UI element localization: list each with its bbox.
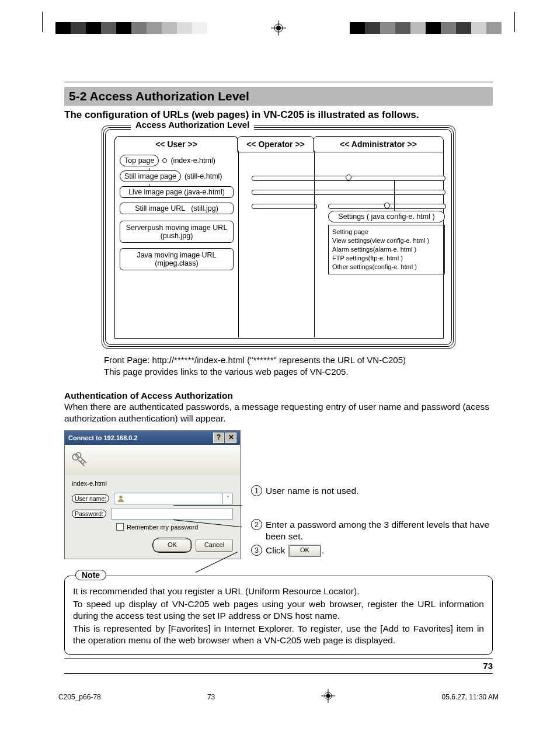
inline-ok-button: OK xyxy=(289,545,321,556)
color-bar-right xyxy=(350,22,502,34)
username-input[interactable]: ˅ xyxy=(114,493,233,504)
username-label: User name: xyxy=(72,494,109,503)
tab-operator: << Operator >> xyxy=(237,136,314,152)
registration-mark-icon xyxy=(321,689,335,705)
column-separator xyxy=(314,151,315,337)
diagram-title: Access Authorization Level xyxy=(131,120,254,130)
ok-button[interactable]: OK xyxy=(154,539,191,552)
connector-line xyxy=(394,180,395,211)
pill-settings: Settings ( java config-e. html ) xyxy=(328,211,445,222)
registration-mark-icon xyxy=(271,20,286,36)
trim-mark xyxy=(42,12,43,32)
password-input[interactable] xyxy=(111,508,233,520)
help-button[interactable]: ? xyxy=(213,433,224,443)
auth-bar xyxy=(328,204,446,209)
auth-dialog: Connect to 192.168.0.2 ? ✕ index-e.html … xyxy=(64,430,241,559)
bottom-rule xyxy=(64,673,493,674)
note-box: Note It is recommended that you register… xyxy=(64,576,493,655)
top-rule xyxy=(64,82,493,82)
column-separator xyxy=(238,151,239,337)
dialog-and-annotations: Connect to 192.168.0.2 ? ✕ index-e.html … xyxy=(64,430,493,559)
diagram-body: Top page (index-e.html) Still image page… xyxy=(114,151,444,339)
annotation-3: 3 Click OK. xyxy=(251,545,493,556)
annotation-text: User name is not used. xyxy=(266,485,358,497)
pill-still-url: Still image URL (still.jpg) xyxy=(120,203,234,214)
password-row: Password: xyxy=(72,508,233,520)
print-marks-top xyxy=(64,12,493,35)
admin-settings-list: Setting page View settings(view config-e… xyxy=(328,225,445,274)
note-paragraph: This is represented by [Favorites] in In… xyxy=(73,623,484,646)
page-number: 73 xyxy=(64,659,493,671)
list-item: FTP settings(ftp-e. html ) xyxy=(332,254,441,263)
annotation-text: Click OK. xyxy=(266,545,324,556)
url-text: (still-e.html) xyxy=(184,172,222,180)
pill-serverpush: Serverpush moving image URL (push.jpg) xyxy=(120,221,234,243)
auth-bar xyxy=(252,204,317,209)
admin-column-items: Settings ( java config-e. html ) Setting… xyxy=(328,211,445,274)
note-label: Note xyxy=(75,570,106,580)
step-2-icon: 2 xyxy=(251,519,262,530)
user-column-items: Top page (index-e.html) Still image page… xyxy=(120,155,234,273)
annotation-1: 1 User name is not used. xyxy=(251,485,493,497)
step-3-icon: 3 xyxy=(251,545,262,556)
password-label: Password: xyxy=(72,510,106,518)
note-paragraph: To speed up display of VN-C205 web pages… xyxy=(73,598,484,622)
auth-bar xyxy=(252,176,445,181)
dialog-realm: index-e.html xyxy=(72,480,233,487)
step-1-icon: 1 xyxy=(251,485,262,496)
dialog-banner xyxy=(65,445,240,475)
pill-java-url: Java moving image URL (mjpeg.class) xyxy=(120,248,234,270)
username-row: User name: ˅ xyxy=(72,493,233,504)
svg-point-14 xyxy=(120,496,123,499)
list-item: Setting page xyxy=(332,228,441,236)
note-paragraph: It is recommended that you register a UR… xyxy=(73,586,484,597)
footer-center: 73 xyxy=(207,693,215,701)
page: 5-2 Access Authorization Level The confi… xyxy=(0,0,557,728)
cancel-button[interactable]: Cancel xyxy=(196,539,233,552)
url-text: (index-e.html) xyxy=(170,156,215,165)
tab-user: << User >> xyxy=(114,136,238,152)
avatar-icon xyxy=(117,494,125,503)
intro-text: The configuration of URLs (web pages) in… xyxy=(64,109,493,121)
connector-dot-icon xyxy=(162,158,167,163)
trim-mark xyxy=(514,12,515,32)
footer-left: C205_p66-78 xyxy=(58,693,101,701)
leader-line xyxy=(173,505,242,506)
list-item: Other settings(config-e. html ) xyxy=(332,263,441,271)
caption-line: Front Page: http://******/index-e.html (… xyxy=(104,354,493,366)
keys-icon xyxy=(69,450,89,470)
footer-right: 05.6.27, 11:30 AM xyxy=(442,693,499,701)
text: . xyxy=(322,545,324,555)
pill-top-page: Top page xyxy=(120,155,159,166)
text: Click xyxy=(266,545,286,555)
list-item: View settings(view config-e. html ) xyxy=(332,236,441,245)
pill-live-page: Live image page (java-e.html) xyxy=(120,186,234,198)
label: Still image URL xyxy=(135,204,185,212)
pill-still-page: Still image page xyxy=(120,170,181,182)
dialog-title-text: Connect to 192.168.0.2 xyxy=(68,434,138,441)
auth-bar xyxy=(252,190,445,195)
remember-label: Remember my password xyxy=(127,524,198,531)
url-text: (still.jpg) xyxy=(191,204,218,212)
annotations: 1 User name is not used. 2 Enter a passw… xyxy=(251,430,493,559)
tab-administrator: << Administrator >> xyxy=(313,136,444,152)
access-level-diagram: Access Authorization Level << User >> <<… xyxy=(102,126,455,349)
print-footer: C205_p66-78 73 05.6.27, 11:30 AM xyxy=(58,689,499,705)
annotation-2: 2 Enter a password among the 3 different… xyxy=(251,519,493,542)
close-button[interactable]: ✕ xyxy=(225,433,236,443)
checkbox-icon[interactable] xyxy=(116,523,124,531)
section-header: 5-2 Access Authorization Level xyxy=(64,87,493,106)
chevron-down-icon[interactable]: ˅ xyxy=(222,493,232,504)
front-page-caption: Front Page: http://******/index-e.html (… xyxy=(104,354,493,378)
dialog-buttons: OK Cancel xyxy=(72,539,233,552)
auth-body-text: When there are authenticated passwords, … xyxy=(64,401,493,424)
auth-heading: Authentication of Access Authorization xyxy=(64,391,493,401)
caption-line: This page provides links to the various … xyxy=(104,366,493,378)
dialog-titlebar: Connect to 192.168.0.2 ? ✕ xyxy=(65,431,240,445)
color-bar-left xyxy=(55,22,207,34)
annotation-text: Enter a password among the 3 different l… xyxy=(266,519,493,542)
list-item: Alarm settings(alarm-e. html ) xyxy=(332,245,441,254)
dialog-body: index-e.html User name: ˅ Password: Reme… xyxy=(65,475,240,559)
